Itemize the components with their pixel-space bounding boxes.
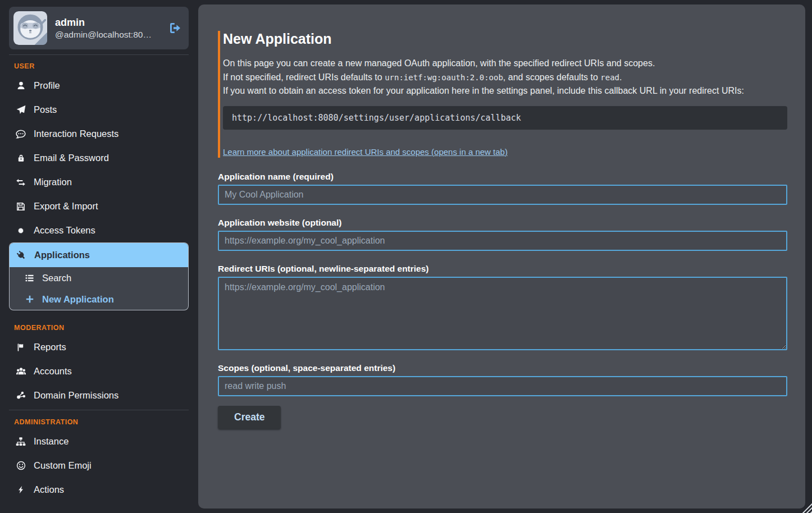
sidebar: admin @admin@localhost:80… USER Profile xyxy=(0,0,198,513)
exchange-icon xyxy=(15,177,26,187)
intro-text: . xyxy=(619,72,622,82)
sidebar-item-label: Export & Import xyxy=(34,201,98,212)
user-icon xyxy=(15,81,26,90)
learn-more-link[interactable]: Learn more about application redirect UR… xyxy=(223,147,508,157)
sidebar-item-label: Access Tokens xyxy=(34,225,95,236)
sidebar-item-label: Actions xyxy=(34,484,64,495)
user-handle: @admin@localhost:80… xyxy=(55,30,161,40)
create-button[interactable]: Create xyxy=(218,406,281,429)
application-name-label: Application name (required) xyxy=(218,172,787,182)
intro-line-3: If you want to obtain an access token fo… xyxy=(223,84,787,98)
oob-code: urn:ietf:wg:oauth:2.0:oob xyxy=(385,73,503,82)
read-code: read xyxy=(600,73,619,82)
sidebar-item-migration[interactable]: Migration xyxy=(9,170,189,194)
sidebar-item-label: Interaction Requests xyxy=(34,129,118,139)
sitemap-icon xyxy=(15,437,26,447)
floppy-icon xyxy=(15,202,26,211)
sidebar-item-actions[interactable]: Actions xyxy=(9,478,189,502)
callback-url-block: http://localhost:8080/settings/user/appl… xyxy=(223,106,787,130)
divider xyxy=(9,410,189,410)
share-nodes-icon xyxy=(15,391,26,400)
logout-icon[interactable] xyxy=(168,21,182,35)
user-name: admin xyxy=(55,16,161,29)
main-panel: New Application On this page you can cre… xyxy=(198,4,805,509)
plus-icon xyxy=(24,295,35,304)
intro-text: If not specified, redirect URIs defaults… xyxy=(223,72,385,82)
sidebar-item-instance[interactable]: Instance xyxy=(9,429,189,454)
page-title: New Application xyxy=(223,31,787,47)
sidebar-item-posts[interactable]: Posts xyxy=(9,98,189,122)
sidebar-item-label: Custom Emoji xyxy=(34,460,92,471)
flag-icon xyxy=(15,343,26,352)
sidebar-item-access-tokens[interactable]: Access Tokens xyxy=(9,218,189,242)
applications-group: Applications Search xyxy=(9,242,189,310)
redirect-uris-label: Redirect URIs (optional, newline-separat… xyxy=(218,264,787,274)
intro-line-1: On this page you can create a new manage… xyxy=(223,57,787,71)
new-application-intro: New Application On this page you can cre… xyxy=(218,31,787,158)
sidebar-item-label: New Application xyxy=(42,294,114,305)
settings-app: admin @admin@localhost:80… USER Profile xyxy=(0,0,812,513)
sidebar-item-label: Instance xyxy=(34,436,69,447)
sidebar-item-export-import[interactable]: Export & Import xyxy=(9,194,189,218)
section-label-administration: ADMINISTRATION xyxy=(14,418,189,426)
new-application-form: Application name (required) Application … xyxy=(218,172,787,429)
users-icon xyxy=(15,366,26,377)
sidebar-item-applications-new[interactable]: New Application xyxy=(10,288,188,310)
sidebar-item-accounts[interactable]: Accounts xyxy=(9,359,189,383)
sidebar-item-profile[interactable]: Profile xyxy=(9,74,189,98)
sidebar-item-label: Accounts xyxy=(34,366,72,377)
application-website-input[interactable] xyxy=(218,231,787,251)
avatar xyxy=(13,11,47,45)
token-badge-icon xyxy=(15,226,26,235)
sidebar-item-applications-search[interactable]: Search xyxy=(10,267,188,288)
smile-icon xyxy=(15,461,26,470)
intro-text: , and scopes defaults to xyxy=(503,72,600,82)
sidebar-item-applications[interactable]: Applications xyxy=(10,243,188,267)
list-icon xyxy=(24,273,35,283)
application-name-input[interactable] xyxy=(218,185,787,205)
sidebar-item-label: Email & Password xyxy=(34,153,109,163)
comment-dots-icon xyxy=(15,129,26,139)
sidebar-item-email-password[interactable]: Email & Password xyxy=(9,146,189,170)
sidebar-item-interaction-requests[interactable]: Interaction Requests xyxy=(9,122,189,146)
intro-line-2: If not specified, redirect URIs defaults… xyxy=(223,71,787,85)
scopes-label: Scopes (optional, space-separated entrie… xyxy=(218,363,787,373)
sidebar-item-label: Posts xyxy=(34,104,57,115)
sidebar-item-label: Reports xyxy=(34,342,66,352)
sidebar-item-reports[interactable]: Reports xyxy=(9,335,189,359)
user-card: admin @admin@localhost:80… xyxy=(9,7,189,49)
scopes-input[interactable] xyxy=(218,376,787,396)
plug-icon xyxy=(16,250,27,260)
section-label-moderation: MODERATION xyxy=(14,324,189,332)
sidebar-item-label: Migration xyxy=(34,177,72,187)
sidebar-item-custom-emoji[interactable]: Custom Emoji xyxy=(9,454,189,478)
divider xyxy=(9,54,189,55)
sidebar-item-domain-permissions[interactable]: Domain Permissions xyxy=(9,383,189,407)
lock-icon xyxy=(15,154,26,162)
sidebar-item-label: Domain Permissions xyxy=(34,390,118,401)
sidebar-item-label: Applications xyxy=(34,250,90,260)
paper-plane-icon xyxy=(15,105,26,114)
redirect-uris-textarea[interactable] xyxy=(218,277,787,350)
user-names: admin @admin@localhost:80… xyxy=(55,16,161,39)
sidebar-nav: USER Profile Posts xyxy=(9,62,189,502)
bolt-icon xyxy=(15,485,26,494)
application-website-label: Application website (optional) xyxy=(218,218,787,228)
sidebar-item-label: Profile xyxy=(34,80,60,91)
sidebar-item-label: Search xyxy=(42,273,71,283)
section-label-user: USER xyxy=(14,62,189,70)
